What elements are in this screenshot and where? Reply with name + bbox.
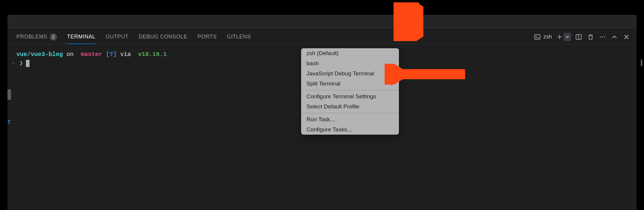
tab-output[interactable]: OUTPUT	[106, 30, 129, 44]
menu-separator	[301, 90, 399, 90]
prompt-path: vue/vue3-blog	[16, 50, 63, 59]
menu-item-label: bash	[306, 60, 319, 67]
svg-point-5	[604, 36, 605, 37]
svg-rect-0	[535, 35, 540, 39]
menu-separator	[301, 113, 399, 113]
terminal-profile-menu: zsh (Default) bash JavaScript Debug Term…	[301, 48, 399, 135]
panel-tabs: PROBLEMS 2 TERMINAL OUTPUT DEBUG CONSOLE…	[7, 30, 637, 44]
prompt-node-version: v18.16.1	[138, 50, 167, 59]
editor-spacer	[7, 15, 637, 30]
prompt-via-label: via	[120, 50, 131, 59]
menu-item-label: Select Default Profile	[306, 103, 359, 110]
terminal-profile-indicator[interactable]: zsh	[533, 33, 552, 41]
maximize-panel-button[interactable]	[610, 33, 619, 41]
terminal-shell-name: zsh	[544, 34, 552, 40]
tab-gitlens[interactable]: GITLENS	[227, 30, 251, 44]
menu-item-label: Run Task...	[306, 116, 335, 123]
kill-terminal-button[interactable]	[586, 33, 595, 41]
menu-item-zsh-default[interactable]: zsh (Default)	[301, 48, 399, 58]
prompt-git-status: [?]	[106, 50, 117, 59]
menu-item-label: Split Terminal	[306, 80, 340, 87]
menu-item-select-default-profile[interactable]: Select Default Profile	[301, 102, 399, 112]
menu-item-bash[interactable]: bash	[301, 58, 399, 69]
left-editor-scroll-indicator	[7, 89, 11, 100]
close-panel-button[interactable]	[622, 33, 631, 41]
scrollbar-thumb[interactable]	[641, 60, 642, 66]
menu-item-js-debug-terminal[interactable]: JavaScript Debug Terminal	[301, 69, 399, 79]
menu-item-label: Configure Terminal Settings	[306, 93, 376, 100]
tab-ports-label: PORTS	[198, 34, 217, 40]
tab-terminal[interactable]: TERMINAL	[67, 30, 95, 44]
problems-badge: 2	[50, 33, 57, 41]
terminal-cursor	[26, 60, 30, 67]
menu-item-label: Configure Tasks...	[306, 126, 352, 133]
svg-point-3	[600, 36, 601, 37]
gutter-circle-icon: ○	[10, 59, 16, 68]
prompt-branch: master	[81, 50, 102, 59]
more-actions-button[interactable]	[598, 33, 607, 41]
tab-problems[interactable]: PROBLEMS 2	[16, 30, 57, 44]
prompt-angle: ❯	[19, 59, 23, 68]
new-terminal-button[interactable]	[555, 33, 564, 41]
menu-item-split-terminal[interactable]: Split Terminal	[301, 79, 399, 89]
tab-ports[interactable]: PORTS	[198, 30, 217, 44]
menu-item-run-task[interactable]: Run Task...	[301, 114, 399, 125]
menu-item-label: JavaScript Debug Terminal	[306, 70, 374, 77]
prompt-on-label: on	[66, 50, 74, 59]
tab-debug-console[interactable]: DEBUG CONSOLE	[139, 30, 188, 44]
tab-terminal-label: TERMINAL	[67, 34, 95, 40]
svg-point-4	[602, 36, 603, 37]
menu-item-configure-tasks[interactable]: Configure Tasks...	[301, 125, 399, 135]
split-terminal-button[interactable]	[575, 33, 583, 41]
menu-item-configure-terminal-settings[interactable]: Configure Terminal Settings	[301, 91, 399, 102]
tab-problems-label: PROBLEMS	[16, 34, 47, 40]
tab-output-label: OUTPUT	[106, 34, 129, 40]
terminal-icon	[533, 33, 541, 41]
tab-debug-console-label: DEBUG CONSOLE	[139, 34, 188, 40]
chevron-right-icon	[391, 80, 394, 87]
menu-item-label: zsh (Default)	[306, 50, 339, 57]
left-editor-text-fragment: T	[7, 119, 11, 125]
new-terminal-dropdown-button[interactable]	[564, 33, 571, 41]
tab-gitlens-label: GITLENS	[227, 34, 251, 40]
